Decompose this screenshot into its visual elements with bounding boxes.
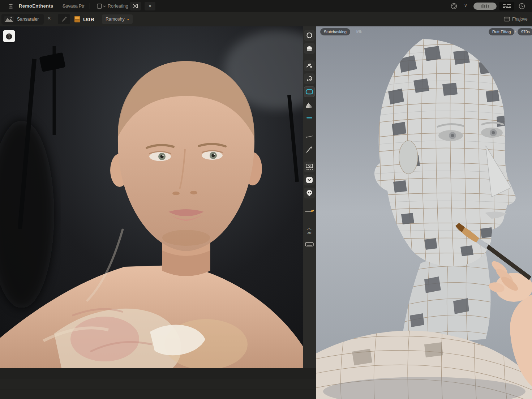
tile-panel-icon bbox=[305, 163, 313, 171]
horizontal-brush-icon bbox=[305, 209, 314, 213]
clear-icon[interactable]: × bbox=[47, 15, 51, 22]
menu-item-ptr[interactable]: Ptr bbox=[79, 4, 85, 9]
context-toolbar: Sansaraler × U0B Ramoshy ▾ Fhajove bbox=[0, 12, 532, 27]
remesh-dropdown-label: Ramoshy bbox=[106, 17, 125, 22]
material-tool[interactable] bbox=[304, 188, 315, 198]
viewport-status-right-label: 970s bbox=[521, 30, 530, 34]
photo-canvas[interactable] bbox=[0, 26, 303, 368]
brush-mode-button[interactable] bbox=[58, 14, 70, 24]
clone-stamp-icon bbox=[306, 75, 313, 82]
histogram-tool[interactable] bbox=[304, 99, 315, 110]
top-menu-bar: RemoEnthents Savaca Ptr Rorieating × ∨ bbox=[0, 0, 532, 13]
preview-label[interactable]: Fhajove bbox=[512, 17, 528, 22]
transform-tool[interactable] bbox=[304, 60, 315, 71]
close-icon: × bbox=[149, 3, 151, 9]
close-button[interactable]: × bbox=[145, 2, 155, 10]
transform-arrows-icon bbox=[306, 63, 313, 69]
barcode-icon bbox=[502, 3, 511, 9]
bottom-row-layers: Femacch Wurides — bbox=[0, 390, 316, 399]
line-tool[interactable] bbox=[304, 131, 315, 142]
menu-divider bbox=[90, 3, 90, 9]
skull-icon bbox=[305, 189, 313, 197]
viewport-3d[interactable]: Stutcbasking 5% Rutt Eiftag ⋮ 970s bbox=[316, 26, 532, 399]
preview-folder-icon[interactable] bbox=[504, 16, 510, 22]
paintbrush-tool[interactable] bbox=[304, 206, 315, 216]
menu-item-layout[interactable]: Rorieating bbox=[108, 4, 128, 9]
histogram-icon bbox=[305, 101, 313, 109]
kebab-menu-icon[interactable]: ⋮ bbox=[513, 29, 518, 34]
layout-dropdown-icon[interactable] bbox=[97, 3, 106, 9]
cyan-indicator bbox=[304, 112, 315, 123]
brush-icon bbox=[61, 16, 67, 22]
app-title: RemoEnthents bbox=[19, 3, 53, 9]
brush-tip-icon bbox=[5, 32, 13, 40]
rect-select-icon bbox=[305, 89, 313, 95]
viewport-mode-label: Stutcbasking bbox=[324, 30, 347, 34]
eraser-tool[interactable] bbox=[304, 43, 315, 54]
progress-pill[interactable] bbox=[473, 3, 497, 10]
brush-preview-thumbnail[interactable] bbox=[3, 30, 15, 42]
history-clock-icon[interactable] bbox=[518, 3, 525, 10]
scene-button-label: Sansaraler bbox=[17, 17, 39, 22]
frame-tool[interactable] bbox=[304, 239, 315, 250]
menu-item-save[interactable]: Savaca bbox=[63, 4, 78, 9]
angled-brush-icon bbox=[305, 146, 313, 154]
frame-icon bbox=[305, 242, 314, 247]
eraser-icon bbox=[306, 45, 313, 52]
portrait-photo bbox=[0, 26, 303, 368]
render-settings-button[interactable] bbox=[499, 2, 514, 10]
ellipse-tool[interactable] bbox=[304, 30, 315, 41]
flip-icon bbox=[133, 4, 138, 9]
ellipse-icon bbox=[306, 32, 313, 39]
glyph-row-1: c7 c bbox=[307, 228, 312, 231]
glyph-row-2: AM bbox=[308, 231, 312, 235]
clone-tool[interactable] bbox=[304, 73, 315, 84]
chevron-square-icon bbox=[305, 176, 313, 184]
glyph-labels: c7 c AM bbox=[304, 226, 315, 237]
chevron-down-icon[interactable]: ∨ bbox=[464, 3, 467, 8]
rect-select-tool[interactable] bbox=[304, 86, 315, 97]
format-badge: U0B bbox=[83, 16, 95, 22]
bottom-row-paint-options: Rdba lh3 lhi Leoiy Brthos ∨ √ Dono ⌐ 70 bbox=[0, 368, 316, 379]
flip-button[interactable] bbox=[130, 2, 141, 10]
chevron-down-icon: ▾ bbox=[127, 17, 129, 21]
wireframe-head-render bbox=[316, 26, 532, 399]
thin-line-icon bbox=[305, 135, 314, 138]
viewport-status-right-pill[interactable]: 970s bbox=[518, 28, 532, 35]
image-mountain-icon bbox=[4, 16, 14, 23]
bottom-row-filter: Fhdroman L8rti Binsfte ~ Inkti bbox=[0, 379, 316, 390]
progress-bars-icon bbox=[480, 4, 490, 8]
viewport-zoom-hint: 5% bbox=[356, 30, 361, 34]
tool-strip: c7 c AM bbox=[303, 26, 316, 368]
viewport-status-left-pill[interactable]: Rutt Eiftag bbox=[489, 28, 514, 35]
mask-tool[interactable] bbox=[304, 175, 315, 185]
viewport-mode-pill[interactable]: Stutcbasking bbox=[320, 28, 350, 35]
cyan-dash-icon bbox=[306, 117, 313, 119]
tile-panel-tool[interactable] bbox=[304, 162, 315, 172]
viewport-status-left-label: Rutt Eiftag bbox=[492, 30, 511, 34]
scene-button[interactable]: Sansaraler bbox=[1, 14, 44, 25]
app-logo-icon bbox=[7, 3, 14, 10]
sync-icon[interactable] bbox=[450, 3, 458, 10]
format-book-icon bbox=[74, 16, 81, 23]
app-window: RemoEnthents Savaca Ptr Rorieating × ∨ bbox=[0, 0, 532, 399]
remesh-dropdown[interactable]: Ramoshy ▾ bbox=[102, 14, 133, 24]
brush-tool[interactable] bbox=[304, 144, 315, 155]
